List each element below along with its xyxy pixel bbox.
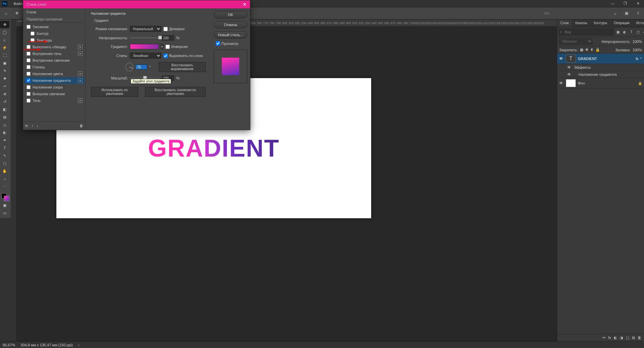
filter-type-icon[interactable]: T [629, 29, 634, 35]
effect-bevel[interactable]: Тиснение [24, 23, 85, 30]
filter-adjust-icon[interactable]: ◐ [622, 29, 627, 35]
marquee-tool[interactable]: ◯ [0, 28, 9, 36]
filter-pixel-icon[interactable]: ▦ [615, 29, 621, 35]
new-style-button[interactable]: Новый стиль... [214, 31, 247, 39]
checkbox[interactable] [27, 92, 31, 96]
mask-icon[interactable]: ◐ [614, 336, 617, 340]
layer-gradient[interactable]: 👁 T GRADIENT fx ⌃ [557, 54, 644, 64]
reset-default-button[interactable]: Восстановить значения по умолчанию [145, 87, 206, 97]
share-icon[interactable]: ⇪ [634, 9, 642, 17]
tab-actions[interactable]: Операции [610, 19, 633, 27]
eyedropper-tool[interactable]: ✎ [0, 67, 9, 74]
home-icon[interactable]: ⌂ [2, 9, 10, 17]
close-icon[interactable]: ✕ [243, 2, 247, 7]
arrange-icon[interactable]: ▦ [623, 9, 631, 17]
make-default-button[interactable]: Использовать по умолчанию [91, 87, 138, 97]
blend-mode-select[interactable]: Нормальный [130, 26, 161, 32]
effect-outer-glow[interactable]: Внешнее свечение [24, 91, 85, 97]
adjust-icon[interactable]: ◑ [620, 336, 623, 340]
move-tool[interactable]: ✥ [0, 21, 9, 28]
effect-satin[interactable]: Глянец [24, 64, 85, 70]
fx-icon[interactable]: fx [608, 336, 611, 340]
quick-mask-tool[interactable]: ▣ [0, 201, 9, 209]
magic-wand-tool[interactable]: ⚡ [0, 44, 9, 51]
effect-inner-shadow[interactable]: Внутренняя тень+ [24, 50, 85, 57]
fill-value[interactable]: 100% [633, 48, 642, 52]
hand-tool[interactable]: ✋ [0, 167, 9, 175]
visibility-icon[interactable]: 👁 [559, 56, 564, 61]
ok-button[interactable]: OK [214, 11, 247, 18]
more-tools[interactable]: ⋯ [0, 183, 9, 190]
filter-smart-icon[interactable]: ◈ [642, 29, 644, 35]
gradient-tool[interactable]: ▤ [0, 113, 9, 121]
color-swatches[interactable] [0, 192, 11, 201]
fx-icon[interactable]: fx [25, 124, 28, 128]
opacity-slider[interactable] [130, 36, 160, 40]
angle-dial[interactable] [126, 63, 133, 71]
dialog-titlebar[interactable]: Стиль слоя ✕ [23, 0, 250, 8]
plus-icon[interactable]: + [78, 71, 83, 76]
tab-channels[interactable]: Каналы [572, 19, 591, 27]
zoom-level[interactable]: 66,67% [3, 343, 15, 347]
path-tool[interactable]: ↖ [0, 152, 9, 159]
frame-tool[interactable]: ▣ [0, 59, 9, 67]
checkbox[interactable] [27, 72, 31, 76]
type-tool[interactable]: T [0, 144, 9, 152]
lock-all-icon[interactable]: 🔒 [595, 48, 600, 52]
brush-tool[interactable]: ✏ [0, 82, 9, 90]
checkbox[interactable] [31, 32, 35, 36]
lock-position-icon[interactable]: ✥ [585, 48, 588, 52]
history-brush-tool[interactable]: ↺ [0, 98, 9, 105]
effect-color-overlay[interactable]: Наложение цвета+ [24, 70, 85, 77]
checkbox[interactable] [27, 52, 31, 56]
preview-checkbox[interactable]: Просмотр [216, 41, 238, 46]
checkbox[interactable] [27, 85, 31, 89]
filter-shape-icon[interactable]: ▢ [635, 29, 641, 35]
layer-effects-group[interactable]: 👁 Эффекты [557, 64, 644, 71]
layer-background[interactable]: 👁 Фон 🔒 [557, 78, 644, 89]
align-checkbox[interactable]: Выровнять по слою [163, 54, 203, 58]
gradient-picker[interactable] [130, 44, 159, 49]
zoom-tool[interactable]: ⌕ [0, 175, 9, 182]
style-select[interactable]: Линейная [130, 53, 161, 59]
visibility-icon[interactable]: 👁 [567, 72, 572, 77]
shape-tool[interactable]: ▢ [0, 160, 9, 167]
layer-blend-mode[interactable]: Обычные [559, 38, 593, 45]
lock-artboard-icon[interactable]: ⬍ [590, 48, 593, 52]
styles-header[interactable]: Стили [23, 8, 85, 16]
close-icon[interactable]: ✕ [634, 1, 642, 6]
pen-tool[interactable]: ✒ [0, 136, 9, 144]
search-icon[interactable]: ⌕ [611, 9, 619, 17]
chevron-right-icon[interactable]: › [78, 343, 80, 347]
plus-icon[interactable]: + [78, 78, 83, 83]
down-icon[interactable]: ↓ [37, 124, 39, 128]
group-icon[interactable]: ▢ [626, 336, 629, 340]
lasso-tool[interactable]: ⟀ [0, 36, 9, 44]
opacity-input[interactable] [162, 35, 174, 41]
effect-gradient-overlay[interactable]: Наложение градиента+ [24, 77, 85, 84]
effect-texture[interactable]: Текстура [24, 37, 85, 44]
lock-pixels-icon[interactable]: ▦ [580, 48, 583, 52]
dodge-tool[interactable]: ◐ [0, 129, 9, 136]
screen-mode-tool[interactable]: ▭ [0, 209, 9, 217]
up-icon[interactable]: ↑ [32, 124, 34, 128]
layer-search-input[interactable] [558, 28, 614, 35]
background-color[interactable] [4, 196, 9, 201]
plus-icon[interactable]: + [78, 45, 83, 49]
tab-layers[interactable]: Слои [557, 19, 572, 27]
checkbox[interactable] [27, 99, 31, 103]
link-icon[interactable]: ⚯ [602, 336, 605, 340]
checkbox[interactable] [27, 78, 31, 82]
blending-options[interactable]: Параметры наложения [23, 16, 85, 23]
dither-checkbox[interactable]: Дизеринг [163, 27, 185, 31]
gradient-dropdown-icon[interactable]: ▾ [161, 44, 163, 49]
checkbox[interactable] [27, 45, 31, 49]
reset-align-button[interactable]: Восстановить выравнивание [159, 62, 206, 72]
cancel-button[interactable]: Отмена [214, 21, 247, 28]
tab-paths[interactable]: Контуры [591, 19, 610, 27]
new-layer-icon[interactable]: ⊞ [632, 336, 635, 340]
plus-icon[interactable]: + [78, 51, 83, 56]
maximize-icon[interactable]: ❐ [621, 1, 629, 6]
tab-history[interactable]: История [633, 19, 644, 27]
clone-tool[interactable]: ⊕ [0, 90, 9, 98]
